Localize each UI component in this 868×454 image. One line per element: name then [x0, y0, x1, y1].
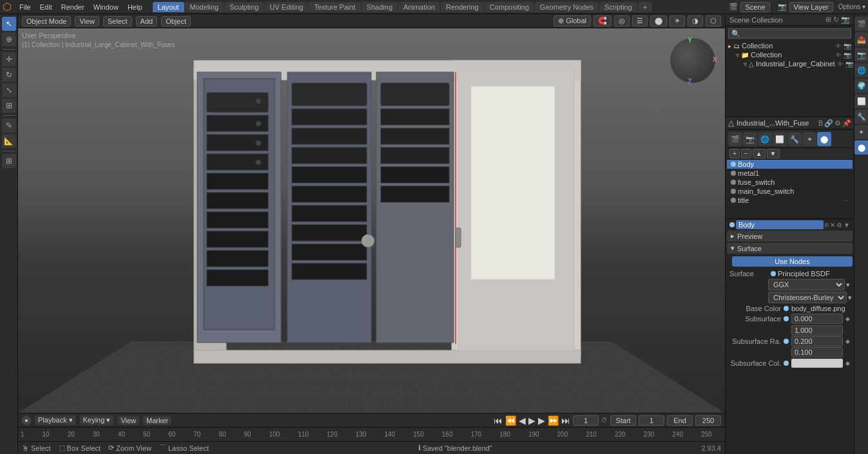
link-btn[interactable]: 🔗	[824, 119, 833, 128]
prop-icon-particles[interactable]: ✦	[854, 125, 869, 139]
current-frame-input[interactable]	[573, 415, 599, 426]
principled-bsdf-label[interactable]: Principled BSDF	[778, 270, 830, 278]
menu-edit[interactable]: Edit	[36, 2, 56, 12]
tab-layer-props[interactable]: 📷	[743, 132, 757, 146]
material-slot-body[interactable]: Body	[727, 160, 853, 169]
move-down-material-btn[interactable]: ▼	[767, 149, 780, 158]
mat-copy-btn[interactable]: ⎘	[825, 222, 829, 229]
viewport-view-menu[interactable]: View	[75, 16, 99, 26]
mat-pin-btn[interactable]: ▼	[844, 222, 850, 229]
prop-icon-world[interactable]: 🌍	[854, 79, 869, 93]
gizmo-y-axis[interactable]: Y	[688, 36, 692, 44]
tab-add[interactable]: +	[638, 2, 652, 12]
tab-shading[interactable]: Shading	[362, 2, 398, 12]
fake-user-btn[interactable]: B	[818, 119, 823, 128]
gizmo-x-axis[interactable]: X	[713, 55, 717, 63]
remove-material-btn[interactable]: −	[741, 149, 751, 158]
tab-compositing[interactable]: Compositing	[485, 2, 534, 12]
play-btn[interactable]: ▶	[528, 415, 535, 426]
menu-render[interactable]: Render	[57, 2, 88, 12]
view-layer-selector[interactable]: View Layer	[789, 2, 833, 12]
subsurface-keyframe-icon[interactable]: ◆	[845, 316, 850, 322]
render-icon-2[interactable]: 📷	[845, 61, 853, 68]
material-slot-main-fuse-switch[interactable]: main_fuse_switch	[727, 187, 853, 196]
material-slot-fuse-switch[interactable]: fuse_switch	[727, 178, 853, 187]
blender-logo[interactable]: ⬡	[3, 1, 12, 13]
visibility-icon-0[interactable]: 👁	[835, 43, 842, 50]
tool-add[interactable]: ⊞	[2, 154, 16, 168]
prev-keyframe-btn[interactable]: ◀	[519, 415, 526, 426]
gizmo-z-axis[interactable]: Z	[688, 77, 692, 85]
playback-btn[interactable]: Playback ▾	[35, 415, 76, 425]
tab-particle-props[interactable]: ✦	[802, 132, 816, 146]
navigation-gizmo[interactable]: X Y Z	[667, 35, 719, 86]
tab-rendering[interactable]: Rendering	[441, 2, 484, 12]
sync-icon[interactable]: ↻	[833, 15, 839, 24]
scene-selector[interactable]: Scene	[740, 2, 769, 12]
viewport-object-menu[interactable]: Object	[161, 16, 191, 26]
snap-btn[interactable]: 🧲	[593, 15, 612, 26]
visibility-icon-1[interactable]: 👁	[835, 52, 842, 59]
add-material-btn[interactable]: +	[729, 149, 740, 158]
marker-btn[interactable]: Marker	[143, 416, 171, 425]
viewport-canvas[interactable]: User Perspective (1) Collection | Indust…	[18, 28, 725, 413]
tab-layout[interactable]: Layout	[153, 2, 184, 12]
tab-sculpting[interactable]: Sculpting	[224, 2, 264, 12]
prop-icon-output[interactable]: 📤	[854, 32, 869, 46]
tool-select[interactable]: ↖	[2, 17, 16, 31]
end-frame-input[interactable]	[695, 415, 721, 426]
subsurface-col-keyframe-icon[interactable]: ◆	[845, 360, 850, 366]
visibility-icon-2[interactable]: 👁	[837, 61, 844, 68]
christensen-select[interactable]: Christensen-Burley	[768, 292, 847, 303]
mat-extra-btn[interactable]: ⚙	[836, 222, 842, 229]
tool-transform[interactable]: ⊞	[2, 99, 16, 113]
timeline-view-btn[interactable]: View	[117, 416, 139, 425]
tool-cursor[interactable]: ⊕	[2, 32, 16, 46]
viewport-shading-material[interactable]: ◑	[688, 15, 703, 26]
outliner-search-input[interactable]	[728, 28, 851, 39]
options-btn[interactable]: Options ▾	[838, 3, 865, 10]
menu-window[interactable]: Window	[90, 2, 122, 12]
tab-texture-paint[interactable]: Texture Paint	[309, 2, 360, 12]
subsurface-rad-x[interactable]: 1.000	[791, 325, 843, 336]
tab-scene-props[interactable]: 🎬	[728, 132, 742, 146]
jump-start-btn[interactable]: ⏮	[494, 415, 503, 426]
keying-btn[interactable]: Keying ▾	[80, 415, 114, 425]
viewport-select-menu[interactable]: Select	[103, 16, 132, 26]
jump-end-btn[interactable]: ⏭	[561, 415, 570, 426]
prop-icon-material[interactable]: ⬤	[854, 140, 869, 155]
outliner-item-scene-collection[interactable]: ▸ 🗂 Collection 👁 📷	[726, 41, 854, 50]
proportional-btn[interactable]: ◎	[614, 15, 630, 26]
use-nodes-button[interactable]: Use Nodes	[732, 256, 853, 267]
tab-material-props[interactable]: ⬤	[817, 132, 831, 146]
preview-section-header[interactable]: ▸ Preview	[727, 231, 853, 241]
mat-remove-btn[interactable]: ✕	[830, 222, 835, 229]
next-frame-btn[interactable]: ⏩	[548, 415, 559, 426]
base-color-value[interactable]: body_diffuse.png	[791, 305, 850, 312]
tab-geometry-nodes[interactable]: Geometry Nodes	[535, 2, 599, 12]
tool-rotate[interactable]: ↻	[2, 68, 16, 82]
viewport-shading-rendered[interactable]: ☀	[670, 15, 685, 26]
viewport-add-menu[interactable]: Add	[136, 16, 158, 26]
prev-frame-btn[interactable]: ⏪	[505, 415, 516, 426]
tab-animation[interactable]: Animation	[398, 2, 440, 12]
subsurface-value[interactable]: 0.000	[791, 314, 843, 324]
tab-world-props[interactable]: 🌐	[758, 132, 772, 146]
subsurface-rad-z[interactable]: 0.100	[791, 347, 843, 357]
material-slot-title[interactable]: title ···	[727, 196, 853, 205]
prop-settings-btn[interactable]: ⚙	[834, 119, 841, 128]
viewport-shading-wireframe[interactable]: ⬡	[706, 15, 721, 26]
transform-global[interactable]: ⊕ Global	[554, 15, 591, 26]
menu-file[interactable]: File	[15, 2, 35, 12]
menu-help[interactable]: Help	[124, 2, 146, 12]
viewport-shading-solid[interactable]: ⬤	[650, 15, 667, 26]
pin-btn[interactable]: 📌	[842, 119, 851, 128]
tab-scripting[interactable]: Scripting	[599, 2, 637, 12]
outliner-item-cabinet[interactable]: ▿ △ Industrial_Large_Cabinet 👁 📷	[726, 59, 854, 68]
tab-modifier-props[interactable]: 🔧	[787, 132, 802, 146]
outliner-item-collection[interactable]: ▿ 📁 Collection 👁 📷	[726, 50, 854, 59]
surface-section-header[interactable]: ▾ Surface	[727, 243, 853, 254]
camera-icon[interactable]: 📷	[841, 15, 850, 24]
next-keyframe-btn[interactable]: ▶	[538, 415, 545, 426]
filter-icon[interactable]: ⊞	[825, 15, 831, 24]
